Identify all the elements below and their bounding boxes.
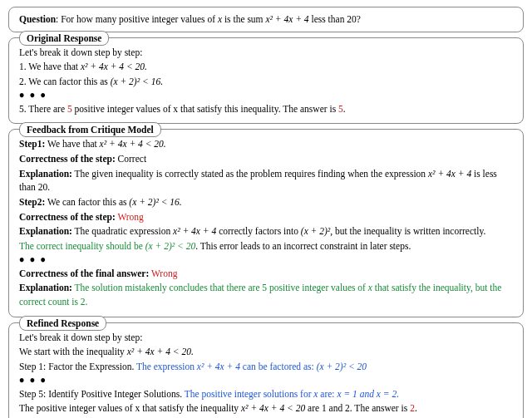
original-ellipsis: • • • [19, 90, 513, 101]
feedback-corr2: Correctness of the step: Wrong [19, 210, 513, 224]
feedback-panel: Feedback from Critique Model Step1: We h… [8, 129, 524, 317]
question-expr: x² + 4x + 4 [265, 14, 308, 24]
question-box: Question: For how many positive integer … [8, 7, 524, 32]
refined-title: Refined Response [19, 316, 106, 331]
feedback-step2: Step2: We can factor this as (x + 2)² < … [19, 195, 513, 209]
refined-final: The positive integer values of x that sa… [19, 401, 513, 416]
refined-start: We start with the inequality x² + 4x + 4… [19, 345, 513, 359]
refined-ellipsis: • • • [19, 375, 513, 386]
question-label: Question [19, 14, 56, 24]
original-step5: 5. There are 5 positive integer values o… [19, 102, 513, 116]
refined-response-panel: Refined Response Let's break it down ste… [8, 322, 524, 418]
question-text-before: : For how many positive integer values o… [56, 14, 218, 24]
original-step2: 2. We can factor this as (x + 2)² < 16. [19, 75, 513, 89]
feedback-corrF: Correctness of the final answer: Wrong [19, 267, 513, 281]
feedback-title: Feedback from Critique Model [19, 122, 161, 137]
refined-intro: Let's break it down step by step: [19, 331, 513, 345]
question-text-mid: is the sum [222, 14, 265, 24]
refined-step5: Step 5: Identify Positive Integer Soluti… [19, 387, 513, 401]
feedback-step1: Step1: We have that x² + 4x + 4 < 20. [19, 137, 513, 151]
feedback-exp2-green: The correct inequality should be (x + 2)… [19, 239, 513, 253]
original-intro: Let's break it down step by step: [19, 46, 513, 60]
feedback-exp1: Explanation: The given inequality is cor… [19, 167, 513, 194]
question-text-after: less than 20? [309, 14, 361, 24]
feedback-exp2: Explanation: The quadratic expression x²… [19, 224, 513, 239]
original-response-title: Original Response [19, 31, 109, 46]
feedback-ellipsis: • • • [19, 254, 513, 266]
feedback-expF: Explanation: The solution mistakenly con… [19, 281, 513, 308]
feedback-corr1: Correctness of the step: Correct [19, 152, 513, 166]
original-response-panel: Original Response Let's break it down st… [8, 37, 524, 125]
refined-step1: Step 1: Factor the Expression. The expre… [19, 360, 513, 374]
original-step1: 1. We have that x² + 4x + 4 < 20. [19, 60, 513, 74]
